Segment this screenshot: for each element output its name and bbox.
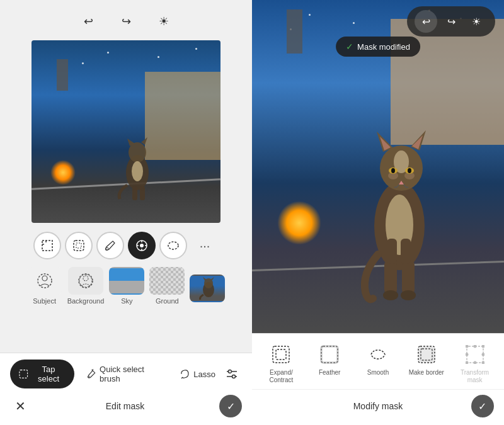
svg-point-23 xyxy=(83,276,88,281)
sky-select-item[interactable]: Sky xyxy=(109,267,144,305)
subject-label: Subject xyxy=(33,297,56,305)
expand-contract-svg xyxy=(272,345,290,364)
svg-point-30 xyxy=(88,376,89,378)
make-border-svg xyxy=(417,345,436,364)
cat-select-item[interactable] xyxy=(190,275,225,305)
adjust-icon-button[interactable] xyxy=(222,364,242,384)
svg-rect-4 xyxy=(132,186,137,200)
transform-mask-label: Transform mask xyxy=(456,369,494,384)
smooth-label: Smooth xyxy=(367,369,389,377)
lasso-icon xyxy=(180,369,190,379)
svg-point-64 xyxy=(466,345,469,348)
brightness-right-button[interactable]: ☀ xyxy=(465,10,488,33)
svg-rect-10 xyxy=(74,241,84,251)
tap-select-label: Tap select xyxy=(32,365,66,383)
cat-photo-left xyxy=(32,40,220,223)
quick-brush-label: Quick select brush xyxy=(100,365,161,383)
lasso-button[interactable]: Lasso xyxy=(173,364,222,384)
subject-select-item[interactable]: Subject xyxy=(27,267,62,305)
more-tools-button[interactable]: ··· xyxy=(191,232,219,259)
background-thumb xyxy=(68,267,103,295)
confirm-right-button[interactable]: ✓ xyxy=(471,395,494,417)
background-icon xyxy=(77,272,94,290)
tap-select-icon xyxy=(19,369,28,379)
svg-point-67 xyxy=(481,361,484,365)
object-select-icon xyxy=(72,239,85,252)
svg-point-32 xyxy=(229,370,232,373)
sliders-icon xyxy=(225,367,239,381)
feather-svg xyxy=(320,345,339,364)
left-bottom-bar: Tap select Quick select brush Lasso xyxy=(0,353,252,425)
transform-mask-tool[interactable]: Transform mask xyxy=(456,343,494,384)
sky-label: Sky xyxy=(121,297,132,305)
quick-select-row: Subject Background Sky Ground xyxy=(27,267,226,305)
feather-tool[interactable]: Feather xyxy=(311,343,348,377)
lasso-label: Lasso xyxy=(193,370,215,379)
brush-select-button[interactable] xyxy=(96,232,124,259)
light-glow-right xyxy=(277,201,321,245)
toast-check-icon: ✓ xyxy=(346,42,353,52)
svg-rect-24 xyxy=(79,275,92,287)
svg-point-19 xyxy=(168,242,178,249)
svg-point-68 xyxy=(473,345,476,348)
smooth-tool[interactable]: Smooth xyxy=(359,343,397,377)
rect-select-button[interactable] xyxy=(33,232,61,259)
redo-button[interactable]: ↪ xyxy=(115,10,137,33)
svg-point-46 xyxy=(391,168,395,173)
ground-select-item[interactable]: Ground xyxy=(149,267,185,305)
svg-point-52 xyxy=(383,290,398,300)
ground-thumb xyxy=(149,267,185,295)
svg-point-66 xyxy=(466,361,469,365)
undo-button[interactable]: ↩ xyxy=(77,10,100,33)
quick-brush-button[interactable]: Quick select brush xyxy=(81,360,168,388)
brightness-button[interactable]: ☀ xyxy=(152,10,175,33)
object-select-button[interactable] xyxy=(65,232,93,259)
svg-point-12 xyxy=(106,247,108,250)
svg-point-14 xyxy=(140,244,144,247)
left-panel: ↩ ↪ ☀ xyxy=(0,0,252,425)
svg-point-21 xyxy=(42,276,47,281)
quick-brush-icon xyxy=(87,369,96,379)
confirm-left-button[interactable]: ✓ xyxy=(219,395,242,417)
svg-point-6 xyxy=(132,161,143,181)
magic-select-button[interactable] xyxy=(128,232,156,259)
svg-point-70 xyxy=(466,353,469,356)
background-label: Background xyxy=(67,297,105,305)
svg-rect-50 xyxy=(384,260,397,295)
svg-rect-7 xyxy=(42,241,52,251)
svg-point-69 xyxy=(473,361,476,365)
subject-icon xyxy=(36,272,54,290)
rect-select-icon xyxy=(41,239,54,252)
svg-rect-56 xyxy=(273,346,289,363)
ellipse-select-button[interactable] xyxy=(159,232,187,259)
light-glow-left xyxy=(50,160,76,185)
make-border-tool[interactable]: Make border xyxy=(408,343,445,377)
svg-rect-63 xyxy=(467,346,483,363)
cat-silhouette-left xyxy=(111,128,161,204)
expand-contract-tool[interactable]: Expand/Contract xyxy=(262,343,300,384)
left-toolbar: ↩ ↪ ☀ xyxy=(0,0,252,40)
svg-marker-3 xyxy=(141,137,147,145)
ellipse-select-icon xyxy=(167,239,180,252)
tap-select-button[interactable]: Tap select xyxy=(10,360,74,388)
magic-select-icon xyxy=(135,239,148,252)
make-border-label: Make border xyxy=(409,369,444,377)
cat-svg-right xyxy=(348,113,449,308)
svg-rect-5 xyxy=(140,186,145,200)
undo-right-button[interactable]: ↩ xyxy=(415,10,437,33)
smooth-svg xyxy=(369,345,387,364)
edit-mask-bar: ✕ Edit mask ✓ xyxy=(10,394,242,419)
modify-mask-bar: Modify mask ✓ xyxy=(252,389,504,425)
cat-thumb xyxy=(190,275,225,302)
svg-rect-29 xyxy=(20,370,28,378)
sky-thumb xyxy=(109,267,144,295)
close-button[interactable]: ✕ xyxy=(10,396,31,416)
expand-contract-icon xyxy=(269,343,293,366)
transform-mask-icon xyxy=(463,343,487,366)
redo-right-button[interactable]: ↪ xyxy=(440,10,462,33)
background-select-item[interactable]: Background xyxy=(67,267,105,305)
feather-icon xyxy=(318,343,341,366)
cat-thumb-icon xyxy=(195,277,220,300)
brush-select-icon xyxy=(104,239,117,252)
smooth-icon xyxy=(366,343,390,366)
